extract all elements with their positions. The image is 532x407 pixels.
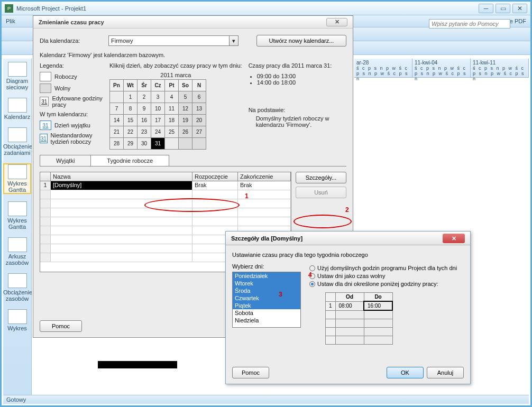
chevron-down-icon: ▾ (229, 36, 238, 45)
annotation-3: 3 (279, 291, 282, 298)
minimize-button[interactable]: ─ (479, 4, 493, 13)
gantt-bar (98, 361, 177, 368)
sidebar-item-graph[interactable]: Wykres (3, 309, 31, 331)
pick-days-label: Wybierz dni: (232, 263, 301, 270)
details-button[interactable]: Szczegóły... (296, 172, 346, 183)
status-text: Gotowy (6, 396, 26, 403)
time-grid[interactable]: OdDo 108:0016:00 (325, 292, 393, 345)
titlebar: P Microsoft Project - Projekt1 ─ ▭ ✕ (2, 2, 530, 15)
annotation-1: 1 (245, 192, 249, 200)
sidebar-item-task-usage[interactable]: Obciążenie zadaniami (3, 127, 31, 156)
help-button[interactable]: Pomoc (40, 320, 82, 332)
dialog2-close-button[interactable]: ✕ (443, 234, 465, 243)
day-listbox[interactable]: Poniedziałek Wtorek Środa Czwartek Piąte… (232, 272, 301, 328)
delete-button[interactable]: Usuń (296, 187, 346, 198)
timescale: ar-28ś c p s n p w ś c p s n p w ś c p s… (354, 59, 529, 78)
details-dialog: Szczegóły dla [Domyślny] ✕ Ustawianie cz… (225, 231, 471, 384)
sidebar-item-calendar[interactable]: Kalendarz (3, 98, 31, 120)
window-title: Microsoft Project - Projekt1 (16, 5, 86, 12)
radio-specific-times[interactable]: Ustaw dla dni określone poniżej godziny … (309, 281, 464, 287)
create-new-calendar-button[interactable]: Utwórz nowy kalendarz... (256, 35, 346, 47)
base-calendar-note: Kalendarz 'Firmowy' jest kalendarzem baz… (40, 52, 346, 58)
dialog-title: Zmienianie czasu pracy ✕ (33, 16, 353, 29)
statusbar: Gotowy (3, 395, 529, 404)
sidebar-item-gantt[interactable]: Wykres Gantta (3, 163, 31, 194)
calendar-grid[interactable]: PnWtŚrCzPtSoN 123456 78910111213 1415161… (109, 79, 206, 150)
close-button[interactable]: ✕ (512, 4, 527, 13)
tabs: Wyjątki Tygodnie robocze (40, 155, 346, 166)
ok-button[interactable]: OK (387, 367, 424, 378)
menu-file[interactable]: Plik (6, 18, 15, 24)
dialog2-subtitle: Ustawianie czasu pracy dla tego tygodnia… (232, 252, 464, 258)
sidebar-item-resource-usage[interactable]: Obciążenie zasobów (3, 273, 31, 302)
radio-use-default[interactable]: Użyj domyślnych godzin programu Project … (309, 265, 464, 271)
calendar-section: Kliknij dzień, aby zobaczyć czasy pracy … (109, 62, 242, 150)
for-calendar-label: Dla kalendarza: (40, 38, 103, 44)
tab-work-weeks[interactable]: Tygodnie robocze (90, 155, 169, 166)
radio-nonworking[interactable]: Ustaw dni jako czas wolny (309, 273, 464, 279)
help-search-input[interactable] (429, 19, 510, 29)
view-bar: Diagram sieciowy Kalendarz Obciążenie za… (3, 59, 32, 395)
calendar-combo[interactable]: Firmowy▾ (108, 35, 239, 46)
sidebar-item-network[interactable]: Diagram sieciowy (3, 62, 31, 90)
sidebar-item-resource-sheet[interactable]: Arkusz zasobów (3, 237, 31, 266)
annotation-4: 4 (308, 271, 312, 279)
sidebar-item-gantt-2[interactable]: Wykres Gantta (3, 201, 31, 230)
work-times-panel: Czasy pracy dla 2011 marca 31: 09:00 do … (249, 62, 346, 150)
annotation-2: 2 (345, 206, 349, 214)
legend: Legenda: Roboczy Wolny 31Edytowane godzi… (40, 62, 103, 150)
dialog2-title: Szczegóły dla [Domyślny] ✕ (226, 232, 470, 245)
maximize-button[interactable]: ▭ (496, 4, 510, 13)
app-icon: P (5, 4, 13, 13)
dialog-close-button[interactable]: ✕ (326, 18, 347, 26)
dialog2-help-button[interactable]: Pomoc (232, 367, 269, 378)
cancel-button[interactable]: Anuluj (427, 367, 464, 378)
tab-exceptions[interactable]: Wyjątki (40, 155, 91, 166)
